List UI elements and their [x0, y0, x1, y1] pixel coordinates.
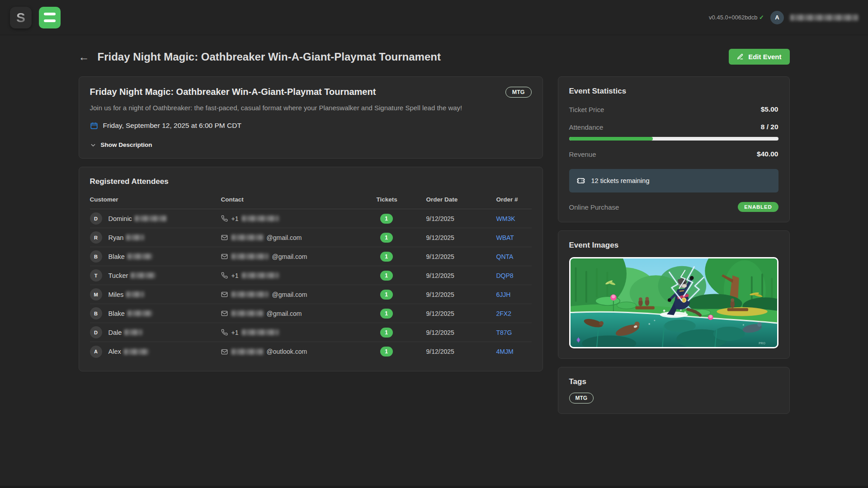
- order-number-link[interactable]: QNTA: [496, 253, 532, 260]
- contact-blurred: [242, 272, 279, 278]
- phone-icon: [221, 329, 228, 336]
- customer-first-name: Blake: [108, 310, 125, 317]
- contact-suffix: @gmail.com: [267, 310, 302, 317]
- email-icon: [221, 234, 228, 241]
- order-number-link[interactable]: WBAT: [496, 234, 532, 241]
- contact-suffix: @gmail.com: [272, 253, 307, 260]
- show-description-toggle[interactable]: Show Description: [90, 141, 532, 148]
- order-number-link[interactable]: WM3K: [496, 215, 532, 222]
- calendar-icon: [90, 122, 98, 130]
- phone-icon: [221, 215, 228, 222]
- order-date: 9/12/2025: [426, 234, 496, 241]
- order-number-link[interactable]: 4MJM: [496, 348, 532, 355]
- phone-icon: [221, 272, 228, 279]
- attendance-value: 8 / 20: [761, 123, 778, 131]
- app-logo[interactable]: S: [10, 7, 32, 28]
- attendance-label: Attendance: [569, 123, 604, 131]
- avatar: B: [90, 307, 102, 319]
- order-date: 9/12/2025: [426, 291, 496, 298]
- pencil-icon: [737, 53, 744, 60]
- tag-mtg: MTG: [569, 393, 594, 404]
- contact-suffix: @outlook.com: [267, 348, 307, 355]
- tickets-remaining-banner: 12 tickets remaining: [569, 169, 778, 192]
- tickets-remaining-text: 12 tickets remaining: [591, 177, 650, 184]
- bottom-edge-strip: [0, 486, 868, 488]
- customer-first-name: Dominic: [108, 215, 132, 222]
- playmat-artwork: PRO: [571, 258, 777, 347]
- customer-first-name: Ryan: [108, 234, 124, 241]
- ticket-price-value: $5.00: [761, 105, 778, 113]
- customer-first-name: Dale: [108, 329, 122, 336]
- hamburger-icon: [44, 19, 56, 22]
- attendance-progress-bar: [569, 137, 778, 141]
- customer-last-name-blurred: [127, 253, 152, 259]
- contact-blurred: [242, 216, 279, 221]
- contact-blurred: [231, 349, 263, 355]
- order-number-link[interactable]: DQP8: [496, 272, 532, 279]
- avatar: B: [90, 250, 102, 263]
- customer-last-name-blurred: [124, 329, 142, 335]
- images-section-title: Event Images: [569, 241, 778, 250]
- order-number-link[interactable]: T87G: [496, 329, 532, 336]
- attendees-section-title: Registered Attendees: [90, 177, 532, 186]
- order-date: 9/12/2025: [426, 348, 496, 355]
- event-datetime: Friday, September 12, 2025 at 6:00 PM CD…: [103, 122, 241, 130]
- contact-suffix: @gmail.com: [267, 234, 302, 241]
- tickets-count-badge: 1: [380, 233, 393, 243]
- contact-prefix: +1: [231, 215, 239, 222]
- revenue-label: Revenue: [569, 150, 596, 158]
- user-avatar[interactable]: A: [770, 11, 784, 24]
- table-row: D Dominic +1 1 9/12/2025 WM3K: [90, 209, 532, 228]
- revenue-value: $40.00: [757, 150, 778, 158]
- hamburger-menu-button[interactable]: [39, 7, 61, 28]
- order-date: 9/12/2025: [426, 215, 496, 222]
- email-icon: [221, 291, 228, 298]
- attendees-table-header: Customer Contact Tickets Order Date Orde…: [90, 196, 532, 209]
- col-order-number: Order #: [496, 196, 532, 203]
- version-check-icon: ✓: [759, 14, 764, 21]
- avatar: T: [90, 269, 102, 282]
- customer-last-name-blurred: [135, 216, 166, 221]
- version-label: v0.45.0+0062bdcb ✓: [709, 14, 764, 21]
- order-date: 9/12/2025: [426, 329, 496, 336]
- avatar: A: [90, 346, 102, 358]
- contact-blurred: [231, 310, 263, 316]
- col-tickets: Tickets: [377, 196, 426, 203]
- order-number-link[interactable]: 6JJH: [496, 291, 532, 298]
- email-icon: [221, 348, 228, 355]
- col-customer: Customer: [90, 196, 221, 203]
- contact-blurred: [242, 329, 279, 335]
- event-description: Join us for a night of Oathbreaker: the …: [90, 104, 532, 112]
- email-icon: [221, 253, 228, 260]
- attendees-table: Customer Contact Tickets Order Date Orde…: [90, 196, 532, 361]
- event-category-badge: MTG: [505, 87, 532, 98]
- customer-last-name-blurred: [126, 235, 144, 240]
- tickets-count-badge: 1: [380, 309, 393, 319]
- email-icon: [221, 310, 228, 317]
- tickets-count-badge: 1: [380, 214, 393, 224]
- event-image-playmat[interactable]: PRO: [569, 257, 778, 348]
- online-purchase-label: Online Purchase: [569, 203, 619, 211]
- avatar: D: [90, 212, 102, 225]
- order-date: 9/12/2025: [426, 272, 496, 279]
- tags-card: Tags MTG: [558, 367, 790, 414]
- table-row: R Ryan @gmail.com 1 9/12/2025 WBAT: [90, 228, 532, 247]
- ticket-price-label: Ticket Price: [569, 106, 604, 113]
- avatar: M: [90, 288, 102, 300]
- edit-event-button[interactable]: Edit Event: [729, 49, 789, 65]
- table-row: M Miles @gmail.com 1 9/12/2025 6JJH: [90, 285, 532, 304]
- table-row: B Blake @gmail.com 1 9/12/2025 QNTA: [90, 247, 532, 266]
- app-logo-letter: S: [16, 10, 25, 25]
- contact-blurred: [231, 291, 269, 297]
- table-row: B Blake @gmail.com 1 9/12/2025 2FX2: [90, 304, 532, 323]
- ticket-icon: [576, 176, 585, 185]
- event-images-card: Event Images: [558, 230, 790, 359]
- order-number-link[interactable]: 2FX2: [496, 310, 532, 317]
- main-content: ← Friday Night Magic: Oathbreaker Win-A-…: [79, 35, 790, 422]
- tickets-count-badge: 1: [380, 271, 393, 281]
- event-title: Friday Night Magic: Oathbreaker Win-A-Gi…: [90, 87, 376, 97]
- tags-section-title: Tags: [569, 377, 778, 386]
- avatar: D: [90, 326, 102, 338]
- customer-last-name-blurred: [131, 272, 156, 278]
- back-button[interactable]: ←: [79, 52, 90, 62]
